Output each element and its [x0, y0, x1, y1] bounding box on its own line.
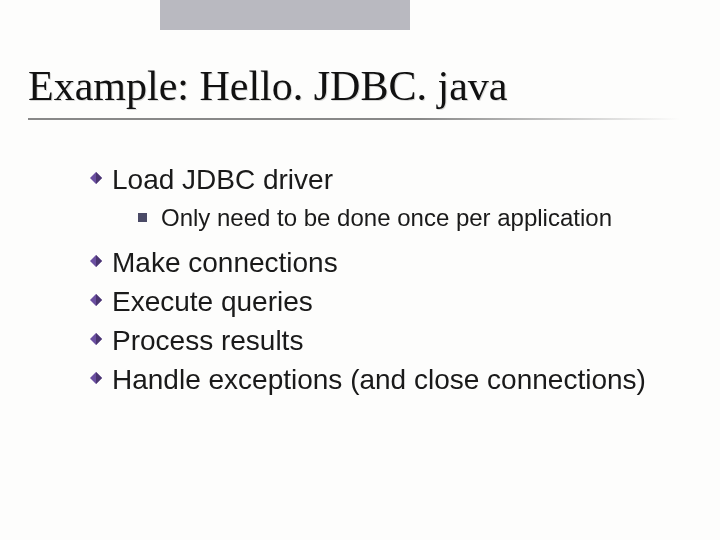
slide: Example: Hello. JDBC. java Load JDBC dri… — [0, 0, 720, 540]
list-item-text: Load JDBC driver — [112, 162, 670, 197]
svg-marker-1 — [96, 172, 102, 184]
diamond-icon — [90, 172, 102, 184]
title-underline — [28, 118, 680, 120]
square-icon — [138, 213, 147, 222]
list-item: Load JDBC driver — [90, 162, 670, 197]
list-item: Handle exceptions (and close connections… — [90, 362, 670, 397]
diamond-icon — [90, 255, 102, 267]
list-item: Process results — [90, 323, 670, 358]
list-item-text: Process results — [112, 323, 670, 358]
list-item-text: Make connections — [112, 245, 670, 280]
svg-marker-9 — [96, 372, 102, 384]
slide-title: Example: Hello. JDBC. java — [28, 62, 507, 110]
list-item-text: Handle exceptions (and close connections… — [112, 362, 670, 397]
list-item: Make connections — [90, 245, 670, 280]
svg-marker-3 — [96, 255, 102, 267]
svg-marker-7 — [96, 333, 102, 345]
list-item: Execute queries — [90, 284, 670, 319]
svg-marker-5 — [96, 294, 102, 306]
list-subitem: Only need to be done once per applicatio… — [138, 203, 670, 233]
list-item-text: Execute queries — [112, 284, 670, 319]
diamond-icon — [90, 372, 102, 384]
diamond-icon — [90, 294, 102, 306]
top-accent-bar — [160, 0, 410, 30]
diamond-icon — [90, 333, 102, 345]
slide-body: Load JDBC driver Only need to be done on… — [90, 160, 670, 401]
list-subitem-text: Only need to be done once per applicatio… — [161, 203, 670, 233]
